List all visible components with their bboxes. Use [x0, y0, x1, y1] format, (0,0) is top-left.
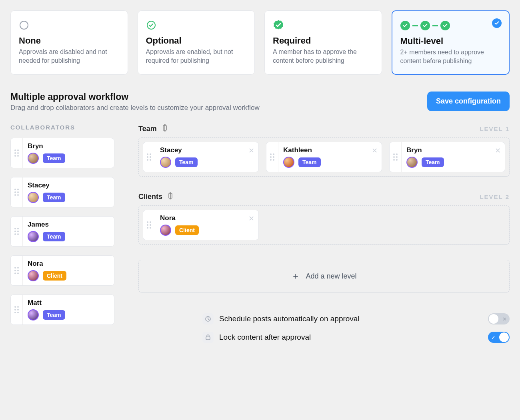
collaborator-card[interactable]: Stacey Team: [10, 177, 114, 207]
remove-member-icon[interactable]: ✕: [248, 214, 254, 223]
drag-handle-icon[interactable]: [390, 142, 402, 172]
level-member-card[interactable]: ✕ Kathleen Team: [266, 142, 382, 172]
workflow-header: Multiple approval workflow Drag and drop…: [10, 92, 510, 112]
option-title: Multi-level: [400, 36, 501, 46]
schedule-toggle[interactable]: ✕: [488, 313, 510, 324]
level-name: Clients: [138, 193, 162, 201]
drag-handle-icon[interactable]: [11, 138, 23, 168]
avatar: [28, 153, 39, 164]
plus-icon: ＋: [291, 270, 300, 282]
avatar: [283, 157, 294, 168]
drag-handle-icon[interactable]: [143, 210, 155, 240]
option-title: None: [19, 36, 120, 46]
lock-toggle[interactable]: ✓: [488, 332, 510, 343]
option-desc: A member has to approve the content befo…: [273, 48, 374, 65]
svg-point-0: [20, 21, 28, 29]
option-none[interactable]: None Approvals are disabled and not need…: [10, 10, 128, 75]
avatar: [28, 309, 39, 320]
collaborator-name: Stacey: [28, 181, 109, 189]
avatar: [406, 157, 418, 168]
role-tag: Team: [43, 153, 65, 163]
collaborators-column: COLLABORATORS Bryn Team Stacey Team: [10, 124, 114, 343]
collaborator-card[interactable]: James Team: [10, 216, 114, 247]
drag-handle-icon[interactable]: [11, 256, 23, 285]
setting-schedule-label: Schedule posts automatically on approval: [219, 315, 482, 323]
collaborator-card[interactable]: Matt Team: [10, 295, 114, 325]
role-tag: Team: [175, 157, 198, 167]
role-tag: Team: [43, 193, 65, 202]
check-circle-outline-icon: [146, 19, 247, 32]
collaborators-heading: COLLABORATORS: [10, 124, 114, 131]
multi-step-chain-icon: [400, 19, 501, 32]
setting-lock-label: Lock content after approval: [219, 333, 482, 342]
collaborator-name: James: [28, 221, 109, 229]
workflow-title: Multiple approval workflow: [10, 92, 260, 102]
collaborator-name: Matt: [28, 299, 109, 307]
role-tag: Team: [43, 310, 65, 320]
collaborator-name: Bryn: [28, 142, 109, 150]
collaborator-name: Nora: [28, 260, 109, 268]
option-required[interactable]: Required A member has to approve the con…: [264, 10, 382, 75]
approval-settings: Schedule posts automatically on approval…: [138, 313, 510, 343]
collaborator-card[interactable]: Bryn Team: [10, 138, 114, 168]
avatar: [160, 225, 171, 236]
role-tag: Team: [422, 157, 444, 167]
option-desc: 2+ members need to approve content befor…: [400, 48, 501, 65]
drag-handle-icon[interactable]: [143, 142, 155, 172]
role-tag: Team: [298, 157, 321, 167]
option-title: Optional: [146, 36, 247, 46]
level-member-card[interactable]: ✕ Stacey Team: [143, 142, 259, 172]
add-level-label: Add a new level: [306, 272, 356, 281]
member-name: Stacey: [160, 146, 254, 154]
levels-column: Team LEVEL 1 ✕ Stacey Team: [138, 124, 510, 343]
member-name: Bryn: [406, 146, 500, 154]
collaborator-card[interactable]: Nora Client: [10, 255, 114, 286]
empty-circle-icon: [19, 19, 120, 32]
clock-icon: [202, 313, 214, 324]
level-member-card[interactable]: ✕ Nora Client: [143, 210, 259, 240]
lock-icon: [202, 332, 214, 343]
drag-handle-icon[interactable]: [266, 142, 278, 172]
level-index-label: LEVEL 1: [480, 125, 510, 132]
avatar: [28, 231, 39, 242]
level-index-label: LEVEL 2: [480, 193, 510, 200]
level-name: Team: [138, 125, 157, 133]
level-dropzone[interactable]: ✕ Stacey Team ✕ Kathleen Team: [138, 137, 510, 177]
option-multi-level[interactable]: Multi-level 2+ members need to approve c…: [392, 10, 510, 75]
option-title: Required: [273, 36, 374, 46]
rename-icon[interactable]: [166, 192, 174, 201]
avatar: [160, 157, 171, 168]
approval-options-row: None Approvals are disabled and not need…: [10, 10, 510, 75]
drag-handle-icon[interactable]: [11, 177, 23, 207]
remove-member-icon[interactable]: ✕: [372, 146, 378, 155]
remove-member-icon[interactable]: ✕: [248, 146, 254, 155]
drag-handle-icon[interactable]: [11, 295, 23, 324]
svg-rect-5: [206, 337, 210, 340]
option-desc: Approvals are disabled and not needed fo…: [19, 48, 120, 65]
role-tag: Client: [175, 225, 199, 235]
workflow-subtitle: Drag and drop collaborators and create l…: [10, 104, 260, 112]
remove-member-icon[interactable]: ✕: [495, 146, 501, 155]
role-tag: Team: [43, 232, 65, 241]
role-tag: Client: [43, 271, 66, 281]
member-name: Kathleen: [283, 146, 377, 154]
option-desc: Approvals are enabled, but not required …: [146, 48, 247, 65]
level-member-card[interactable]: ✕ Bryn Team: [389, 142, 505, 172]
option-optional[interactable]: Optional Approvals are enabled, but not …: [138, 10, 255, 75]
member-name: Nora: [160, 214, 254, 222]
avatar: [28, 270, 39, 281]
avatar: [28, 192, 39, 203]
rename-icon[interactable]: [161, 124, 169, 133]
verified-badge-icon: [273, 19, 374, 32]
level-dropzone[interactable]: ✕ Nora Client: [138, 205, 510, 245]
save-configuration-button[interactable]: Save configuration: [427, 92, 510, 111]
selected-check-icon: [492, 18, 502, 28]
drag-handle-icon[interactable]: [11, 217, 23, 246]
add-level-button[interactable]: ＋ Add a new level: [138, 260, 510, 293]
